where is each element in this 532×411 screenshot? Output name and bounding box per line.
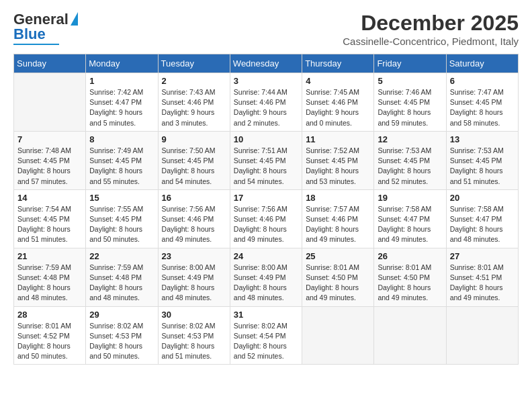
calendar-cell: 10Sunrise: 7:51 AMSunset: 4:45 PMDayligh…: [230, 131, 302, 189]
calendar-cell: 8Sunrise: 7:49 AMSunset: 4:45 PMDaylight…: [86, 131, 158, 189]
day-info: Sunrise: 7:51 AMSunset: 4:45 PMDaylight:…: [234, 146, 298, 187]
calendar-cell: 16Sunrise: 7:56 AMSunset: 4:46 PMDayligh…: [158, 189, 230, 248]
day-number: 4: [306, 76, 370, 86]
calendar-week-4: 21Sunrise: 7:59 AMSunset: 4:48 PMDayligh…: [14, 248, 519, 306]
day-info: Sunrise: 7:58 AMSunset: 4:47 PMDaylight:…: [450, 204, 515, 245]
calendar-cell: 9Sunrise: 7:50 AMSunset: 4:45 PMDaylight…: [158, 131, 230, 189]
day-number: 26: [378, 251, 442, 261]
day-info: Sunrise: 7:57 AMSunset: 4:46 PMDaylight:…: [306, 204, 370, 245]
calendar-cell: 7Sunrise: 7:48 AMSunset: 4:45 PMDaylight…: [14, 131, 86, 189]
day-number: 1: [89, 76, 154, 86]
day-number: 27: [450, 251, 515, 261]
calendar-cell: 22Sunrise: 7:59 AMSunset: 4:48 PMDayligh…: [86, 248, 158, 306]
day-info: Sunrise: 7:59 AMSunset: 4:48 PMDaylight:…: [17, 263, 82, 304]
calendar-cell: 21Sunrise: 7:59 AMSunset: 4:48 PMDayligh…: [14, 248, 86, 306]
calendar-cell: 25Sunrise: 8:01 AMSunset: 4:50 PMDayligh…: [302, 248, 374, 306]
day-number: 31: [234, 310, 298, 320]
page-header: General Blue December 2025 Cassinelle-Co…: [13, 11, 519, 47]
day-info: Sunrise: 8:02 AMSunset: 4:53 PMDaylight:…: [89, 321, 154, 362]
day-number: 24: [234, 251, 298, 261]
calendar-cell: 17Sunrise: 7:56 AMSunset: 4:46 PMDayligh…: [230, 189, 302, 248]
day-info: Sunrise: 7:43 AMSunset: 4:46 PMDaylight:…: [162, 87, 226, 128]
day-number: 19: [378, 193, 442, 203]
day-info: Sunrise: 7:48 AMSunset: 4:45 PMDaylight:…: [17, 146, 82, 187]
day-number: 29: [89, 310, 154, 320]
weekday-header-saturday: Saturday: [446, 54, 518, 73]
day-info: Sunrise: 7:49 AMSunset: 4:45 PMDaylight:…: [89, 146, 154, 187]
calendar-week-1: 1Sunrise: 7:42 AMSunset: 4:47 PMDaylight…: [14, 73, 519, 132]
weekday-header-monday: Monday: [86, 54, 158, 73]
calendar-cell: 13Sunrise: 7:53 AMSunset: 4:45 PMDayligh…: [446, 131, 518, 189]
day-number: 28: [17, 310, 82, 320]
day-number: 23: [162, 251, 226, 261]
calendar-cell: 5Sunrise: 7:46 AMSunset: 4:45 PMDaylight…: [374, 73, 446, 132]
calendar-cell: [302, 306, 374, 365]
day-info: Sunrise: 7:52 AMSunset: 4:45 PMDaylight:…: [306, 146, 370, 187]
logo-underline: [13, 44, 59, 45]
calendar-cell: 2Sunrise: 7:43 AMSunset: 4:46 PMDaylight…: [158, 73, 230, 132]
calendar-cell: 26Sunrise: 8:01 AMSunset: 4:50 PMDayligh…: [374, 248, 446, 306]
day-number: 21: [17, 251, 82, 261]
calendar-cell: 18Sunrise: 7:57 AMSunset: 4:46 PMDayligh…: [302, 189, 374, 248]
calendar-cell: 6Sunrise: 7:47 AMSunset: 4:45 PMDaylight…: [446, 73, 518, 132]
day-number: 8: [89, 134, 154, 144]
day-number: 15: [89, 193, 154, 203]
day-info: Sunrise: 7:56 AMSunset: 4:46 PMDaylight:…: [234, 204, 298, 245]
day-info: Sunrise: 8:00 AMSunset: 4:49 PMDaylight:…: [162, 263, 226, 304]
day-number: 13: [450, 134, 515, 144]
calendar-cell: 15Sunrise: 7:55 AMSunset: 4:45 PMDayligh…: [86, 189, 158, 248]
day-number: 11: [306, 134, 370, 144]
day-number: 30: [162, 310, 226, 320]
calendar-cell: 1Sunrise: 7:42 AMSunset: 4:47 PMDaylight…: [86, 73, 158, 132]
calendar-cell: 4Sunrise: 7:45 AMSunset: 4:46 PMDaylight…: [302, 73, 374, 132]
day-number: 9: [162, 134, 226, 144]
location-subtitle: Cassinelle-Concentrico, Piedmont, Italy: [343, 36, 519, 47]
logo: General Blue: [13, 11, 78, 45]
day-info: Sunrise: 8:01 AMSunset: 4:50 PMDaylight:…: [306, 263, 370, 304]
weekday-header-thursday: Thursday: [302, 54, 374, 73]
calendar-cell: [14, 73, 86, 132]
weekday-header-row: SundayMondayTuesdayWednesdayThursdayFrid…: [14, 54, 519, 73]
day-number: 6: [450, 76, 515, 86]
calendar-week-5: 28Sunrise: 8:01 AMSunset: 4:52 PMDayligh…: [14, 306, 519, 365]
calendar-cell: 20Sunrise: 7:58 AMSunset: 4:47 PMDayligh…: [446, 189, 518, 248]
logo-triangle-icon: [71, 12, 78, 26]
calendar-cell: [374, 306, 446, 365]
day-info: Sunrise: 8:01 AMSunset: 4:52 PMDaylight:…: [17, 321, 82, 362]
calendar-week-3: 14Sunrise: 7:54 AMSunset: 4:45 PMDayligh…: [14, 189, 519, 248]
day-number: 5: [378, 76, 442, 86]
day-number: 22: [89, 251, 154, 261]
day-info: Sunrise: 7:45 AMSunset: 4:46 PMDaylight:…: [306, 87, 370, 128]
day-number: 20: [450, 193, 515, 203]
title-area: December 2025 Cassinelle-Concentrico, Pi…: [343, 11, 519, 47]
day-number: 18: [306, 193, 370, 203]
day-number: 12: [378, 134, 442, 144]
day-info: Sunrise: 7:59 AMSunset: 4:48 PMDaylight:…: [89, 263, 154, 304]
day-info: Sunrise: 7:54 AMSunset: 4:45 PMDaylight:…: [17, 204, 82, 245]
month-title: December 2025: [343, 11, 519, 36]
day-info: Sunrise: 7:46 AMSunset: 4:45 PMDaylight:…: [378, 87, 442, 128]
calendar-week-2: 7Sunrise: 7:48 AMSunset: 4:45 PMDaylight…: [14, 131, 519, 189]
calendar-cell: 30Sunrise: 8:02 AMSunset: 4:53 PMDayligh…: [158, 306, 230, 365]
day-number: 16: [162, 193, 226, 203]
calendar-cell: 11Sunrise: 7:52 AMSunset: 4:45 PMDayligh…: [302, 131, 374, 189]
day-number: 17: [234, 193, 298, 203]
calendar-table: SundayMondayTuesdayWednesdayThursdayFrid…: [13, 54, 519, 365]
calendar-cell: [446, 306, 518, 365]
calendar-cell: 14Sunrise: 7:54 AMSunset: 4:45 PMDayligh…: [14, 189, 86, 248]
day-info: Sunrise: 8:02 AMSunset: 4:54 PMDaylight:…: [234, 321, 298, 362]
day-number: 2: [162, 76, 226, 86]
calendar-cell: 28Sunrise: 8:01 AMSunset: 4:52 PMDayligh…: [14, 306, 86, 365]
logo-blue-text: Blue: [13, 26, 46, 43]
calendar-cell: 29Sunrise: 8:02 AMSunset: 4:53 PMDayligh…: [86, 306, 158, 365]
calendar-cell: 31Sunrise: 8:02 AMSunset: 4:54 PMDayligh…: [230, 306, 302, 365]
calendar-cell: 27Sunrise: 8:01 AMSunset: 4:51 PMDayligh…: [446, 248, 518, 306]
day-number: 7: [17, 134, 82, 144]
day-info: Sunrise: 8:01 AMSunset: 4:50 PMDaylight:…: [378, 263, 442, 304]
day-info: Sunrise: 7:58 AMSunset: 4:47 PMDaylight:…: [378, 204, 442, 245]
calendar-cell: 19Sunrise: 7:58 AMSunset: 4:47 PMDayligh…: [374, 189, 446, 248]
calendar-cell: 23Sunrise: 8:00 AMSunset: 4:49 PMDayligh…: [158, 248, 230, 306]
calendar-cell: 3Sunrise: 7:44 AMSunset: 4:46 PMDaylight…: [230, 73, 302, 132]
day-info: Sunrise: 7:42 AMSunset: 4:47 PMDaylight:…: [89, 87, 154, 128]
day-number: 25: [306, 251, 370, 261]
